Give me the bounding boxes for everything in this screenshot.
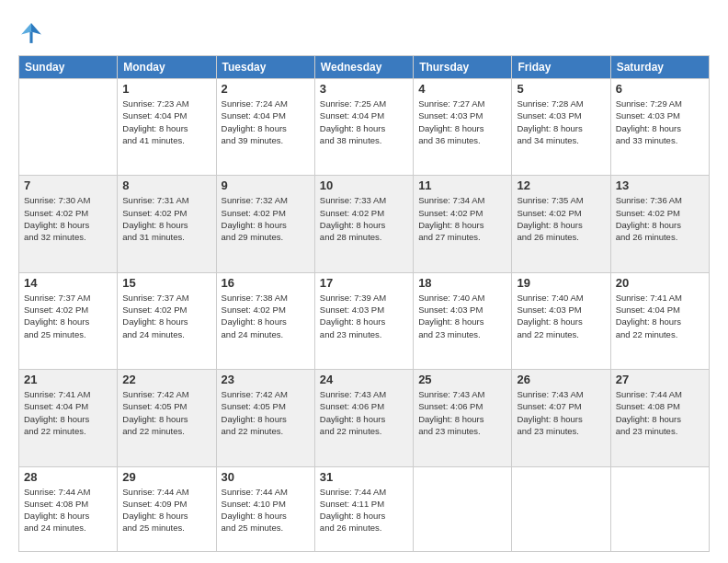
day-info: Sunrise: 7:43 AM Sunset: 4:06 PM Dayligh… (320, 388, 408, 437)
calendar-cell: 12Sunrise: 7:35 AM Sunset: 4:02 PM Dayli… (512, 176, 610, 272)
day-info: Sunrise: 7:44 AM Sunset: 4:09 PM Dayligh… (122, 486, 210, 534)
logo (18, 20, 48, 46)
calendar-cell (414, 466, 512, 552)
calendar-week-1: 1Sunrise: 7:23 AM Sunset: 4:04 PM Daylig… (19, 79, 710, 176)
calendar-cell (512, 466, 610, 552)
day-info: Sunrise: 7:42 AM Sunset: 4:05 PM Dayligh… (222, 388, 310, 437)
day-number: 3 (320, 82, 408, 96)
day-info: Sunrise: 7:41 AM Sunset: 4:04 PM Dayligh… (24, 388, 112, 437)
calendar-cell: 26Sunrise: 7:43 AM Sunset: 4:07 PM Dayli… (512, 370, 610, 466)
calendar-cell: 18Sunrise: 7:40 AM Sunset: 4:03 PM Dayli… (414, 272, 512, 369)
day-info: Sunrise: 7:39 AM Sunset: 4:03 PM Dayligh… (320, 292, 408, 340)
calendar-cell: 28Sunrise: 7:44 AM Sunset: 4:08 PM Dayli… (19, 466, 118, 552)
day-number: 15 (122, 276, 210, 290)
svg-rect-3 (29, 31, 32, 42)
calendar-week-5: 28Sunrise: 7:44 AM Sunset: 4:08 PM Dayli… (19, 466, 710, 552)
day-info: Sunrise: 7:38 AM Sunset: 4:02 PM Dayligh… (222, 292, 310, 340)
day-number: 1 (122, 82, 210, 96)
day-info: Sunrise: 7:44 AM Sunset: 4:08 PM Dayligh… (24, 486, 112, 534)
col-header-thursday: Thursday (414, 56, 512, 79)
day-info: Sunrise: 7:44 AM Sunset: 4:11 PM Dayligh… (320, 486, 408, 534)
day-info: Sunrise: 7:43 AM Sunset: 4:07 PM Dayligh… (517, 388, 605, 437)
day-number: 29 (122, 470, 210, 484)
calendar-week-3: 14Sunrise: 7:37 AM Sunset: 4:02 PM Dayli… (19, 272, 710, 369)
calendar-cell (610, 466, 709, 552)
calendar-cell: 25Sunrise: 7:43 AM Sunset: 4:06 PM Dayli… (414, 370, 512, 466)
day-info: Sunrise: 7:23 AM Sunset: 4:04 PM Dayligh… (122, 98, 210, 146)
calendar-table: SundayMondayTuesdayWednesdayThursdayFrid… (18, 55, 710, 552)
day-info: Sunrise: 7:44 AM Sunset: 4:08 PM Dayligh… (616, 388, 704, 437)
col-header-saturday: Saturday (610, 56, 709, 79)
calendar-cell: 8Sunrise: 7:31 AM Sunset: 4:02 PM Daylig… (118, 176, 216, 272)
day-number: 30 (222, 470, 310, 484)
calendar-cell: 15Sunrise: 7:37 AM Sunset: 4:02 PM Dayli… (118, 272, 216, 369)
day-number: 21 (24, 373, 112, 386)
day-info: Sunrise: 7:28 AM Sunset: 4:03 PM Dayligh… (517, 98, 605, 146)
calendar-cell (19, 79, 118, 176)
day-number: 27 (616, 373, 704, 386)
day-number: 24 (320, 373, 408, 386)
day-info: Sunrise: 7:27 AM Sunset: 4:03 PM Dayligh… (418, 98, 506, 146)
calendar-cell: 22Sunrise: 7:42 AM Sunset: 4:05 PM Dayli… (118, 370, 216, 466)
day-number: 28 (24, 470, 112, 484)
calendar-cell: 10Sunrise: 7:33 AM Sunset: 4:02 PM Dayli… (314, 176, 413, 272)
calendar-cell: 17Sunrise: 7:39 AM Sunset: 4:03 PM Dayli… (314, 272, 413, 369)
day-number: 8 (122, 178, 210, 192)
col-header-sunday: Sunday (19, 56, 118, 79)
calendar-cell: 27Sunrise: 7:44 AM Sunset: 4:08 PM Dayli… (610, 370, 709, 466)
calendar-cell: 7Sunrise: 7:30 AM Sunset: 4:02 PM Daylig… (19, 176, 118, 272)
day-info: Sunrise: 7:36 AM Sunset: 4:02 PM Dayligh… (616, 194, 704, 243)
day-number: 17 (320, 276, 408, 290)
calendar-cell: 14Sunrise: 7:37 AM Sunset: 4:02 PM Dayli… (19, 272, 118, 369)
calendar-cell: 21Sunrise: 7:41 AM Sunset: 4:04 PM Dayli… (19, 370, 118, 466)
day-info: Sunrise: 7:35 AM Sunset: 4:02 PM Dayligh… (517, 194, 605, 243)
day-number: 25 (418, 373, 506, 386)
calendar-week-2: 7Sunrise: 7:30 AM Sunset: 4:02 PM Daylig… (19, 176, 710, 272)
calendar-header-row: SundayMondayTuesdayWednesdayThursdayFrid… (19, 56, 710, 79)
calendar-cell: 19Sunrise: 7:40 AM Sunset: 4:03 PM Dayli… (512, 272, 610, 369)
calendar-cell: 30Sunrise: 7:44 AM Sunset: 4:10 PM Dayli… (216, 466, 314, 552)
day-info: Sunrise: 7:31 AM Sunset: 4:02 PM Dayligh… (122, 194, 210, 243)
calendar-cell: 5Sunrise: 7:28 AM Sunset: 4:03 PM Daylig… (512, 79, 610, 176)
calendar-cell: 20Sunrise: 7:41 AM Sunset: 4:04 PM Dayli… (610, 272, 709, 369)
day-number: 18 (418, 276, 506, 290)
day-info: Sunrise: 7:41 AM Sunset: 4:04 PM Dayligh… (616, 292, 704, 340)
calendar-cell: 6Sunrise: 7:29 AM Sunset: 4:03 PM Daylig… (610, 79, 709, 176)
col-header-friday: Friday (512, 56, 610, 79)
day-info: Sunrise: 7:32 AM Sunset: 4:02 PM Dayligh… (222, 194, 310, 243)
day-number: 6 (616, 82, 704, 96)
day-info: Sunrise: 7:24 AM Sunset: 4:04 PM Dayligh… (222, 98, 310, 146)
day-info: Sunrise: 7:42 AM Sunset: 4:05 PM Dayligh… (122, 388, 210, 437)
col-header-monday: Monday (118, 56, 216, 79)
day-number: 31 (320, 470, 408, 484)
day-number: 10 (320, 178, 408, 192)
day-info: Sunrise: 7:40 AM Sunset: 4:03 PM Dayligh… (418, 292, 506, 340)
day-number: 12 (517, 178, 605, 192)
calendar-cell: 13Sunrise: 7:36 AM Sunset: 4:02 PM Dayli… (610, 176, 709, 272)
day-number: 14 (24, 276, 112, 290)
calendar-cell: 3Sunrise: 7:25 AM Sunset: 4:04 PM Daylig… (314, 79, 413, 176)
day-info: Sunrise: 7:30 AM Sunset: 4:02 PM Dayligh… (24, 194, 112, 243)
calendar-cell: 4Sunrise: 7:27 AM Sunset: 4:03 PM Daylig… (414, 79, 512, 176)
calendar-cell: 16Sunrise: 7:38 AM Sunset: 4:02 PM Dayli… (216, 272, 314, 369)
day-number: 9 (222, 178, 310, 192)
day-number: 5 (517, 82, 605, 96)
day-number: 22 (122, 373, 210, 386)
calendar-cell: 11Sunrise: 7:34 AM Sunset: 4:02 PM Dayli… (414, 176, 512, 272)
calendar-cell: 31Sunrise: 7:44 AM Sunset: 4:11 PM Dayli… (314, 466, 413, 552)
calendar-cell: 2Sunrise: 7:24 AM Sunset: 4:04 PM Daylig… (216, 79, 314, 176)
logo-icon (18, 20, 44, 46)
calendar-week-4: 21Sunrise: 7:41 AM Sunset: 4:04 PM Dayli… (19, 370, 710, 466)
day-number: 20 (616, 276, 704, 290)
day-number: 16 (222, 276, 310, 290)
calendar-cell: 1Sunrise: 7:23 AM Sunset: 4:04 PM Daylig… (118, 79, 216, 176)
day-info: Sunrise: 7:29 AM Sunset: 4:03 PM Dayligh… (616, 98, 704, 146)
col-header-wednesday: Wednesday (314, 56, 413, 79)
calendar-cell: 24Sunrise: 7:43 AM Sunset: 4:06 PM Dayli… (314, 370, 413, 466)
calendar-cell: 9Sunrise: 7:32 AM Sunset: 4:02 PM Daylig… (216, 176, 314, 272)
header (18, 17, 710, 46)
day-info: Sunrise: 7:37 AM Sunset: 4:02 PM Dayligh… (24, 292, 112, 340)
day-info: Sunrise: 7:37 AM Sunset: 4:02 PM Dayligh… (122, 292, 210, 340)
day-number: 2 (222, 82, 310, 96)
calendar-cell: 29Sunrise: 7:44 AM Sunset: 4:09 PM Dayli… (118, 466, 216, 552)
